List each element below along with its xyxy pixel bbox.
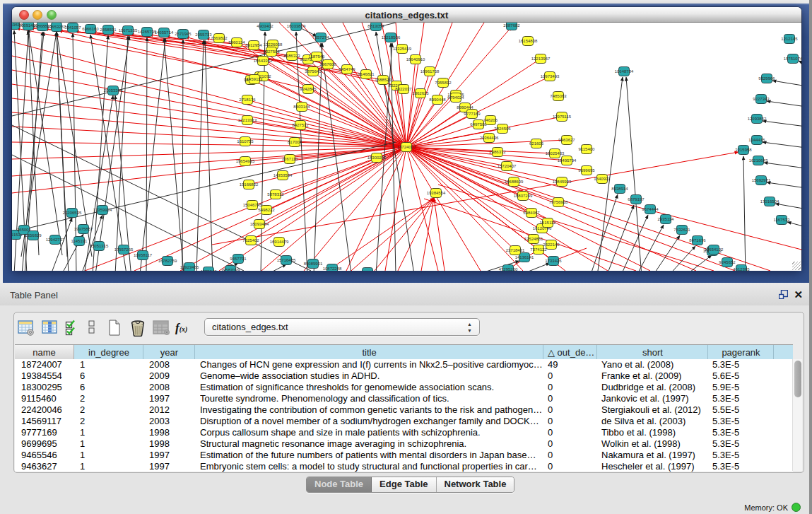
svg-text:3875645: 3875645 (305, 69, 322, 74)
svg-text:2935114: 2935114 (658, 217, 675, 221)
svg-text:2087682: 2087682 (503, 23, 520, 28)
svg-text:18093484: 18093484 (250, 222, 269, 226)
svg-text:15046745: 15046745 (243, 203, 262, 207)
svg-text:3341057: 3341057 (64, 25, 81, 30)
svg-text:8938914: 8938914 (611, 187, 628, 191)
svg-text:8813054: 8813054 (367, 24, 384, 28)
svg-text:2458591: 2458591 (100, 28, 117, 32)
svg-text:7374122: 7374122 (530, 247, 547, 252)
svg-text:2718176: 2718176 (239, 98, 256, 102)
svg-text:12942737: 12942737 (46, 238, 65, 242)
svg-text:2986372: 2986372 (489, 150, 506, 154)
svg-text:4335942: 4335942 (200, 269, 217, 271)
svg-text:16033809: 16033809 (287, 24, 306, 28)
svg-text:12923465: 12923465 (180, 265, 199, 269)
svg-text:11325419: 11325419 (393, 47, 412, 51)
svg-text:817004: 817004 (288, 140, 302, 144)
svg-text:10654122: 10654122 (705, 247, 724, 252)
svg-text:18300295: 18300295 (367, 156, 387, 160)
svg-text:18640910: 18640910 (406, 57, 425, 62)
svg-text:3215958: 3215958 (735, 148, 752, 152)
svg-text:23718431: 23718431 (506, 248, 525, 252)
svg-text:1212145: 1212145 (781, 37, 798, 41)
svg-text:10973493: 10973493 (541, 74, 560, 78)
svg-text:6879197: 6879197 (628, 197, 645, 201)
svg-text:3824506: 3824506 (494, 127, 511, 131)
svg-text:1362625: 1362625 (412, 91, 429, 95)
svg-text:9457791: 9457791 (230, 257, 247, 261)
svg-text:9674444: 9674444 (642, 207, 659, 211)
svg-text:8912954: 8912954 (245, 43, 262, 47)
svg-text:16210643: 16210643 (749, 158, 768, 163)
svg-text:1167533: 1167533 (774, 218, 791, 222)
svg-text:9329966: 9329966 (758, 76, 775, 81)
svg-text:8603144: 8603144 (293, 105, 310, 109)
svg-text:19166822: 19166822 (240, 182, 259, 187)
svg-text:2522140: 2522140 (543, 243, 560, 247)
svg-text:89089901: 89089901 (304, 262, 323, 266)
svg-text:6966160: 6966160 (82, 27, 99, 31)
svg-text:16961758: 16961758 (420, 69, 440, 74)
svg-text:8427512: 8427512 (292, 123, 309, 127)
svg-text:13495794: 13495794 (558, 158, 577, 163)
svg-text:13226058: 13226058 (264, 42, 283, 47)
svg-text:1610755: 1610755 (237, 139, 254, 144)
svg-text:14353594: 14353594 (273, 173, 293, 177)
svg-text:8454749: 8454749 (339, 67, 355, 71)
svg-text:12093852: 12093852 (748, 117, 767, 121)
svg-text:47295260: 47295260 (499, 267, 518, 271)
svg-text:10025433: 10025433 (546, 151, 565, 156)
svg-text:14055714: 14055714 (155, 30, 174, 35)
svg-text:7663822: 7663822 (211, 36, 228, 40)
svg-text:10872248: 10872248 (323, 267, 342, 271)
svg-text:9115400: 9115400 (579, 147, 596, 151)
svg-text:15751074: 15751074 (784, 57, 801, 61)
svg-text:39587039: 39587039 (221, 268, 240, 271)
svg-text:16154808: 16154808 (519, 39, 538, 43)
svg-text:19975857: 19975857 (74, 227, 93, 231)
svg-text:5878312: 5878312 (267, 192, 284, 197)
svg-text:5984067: 5984067 (523, 211, 540, 215)
svg-text:4903402: 4903402 (257, 24, 273, 28)
svg-text:9227343: 9227343 (753, 97, 770, 101)
svg-text:9146821: 9146821 (358, 72, 375, 76)
svg-text:2967608: 2967608 (319, 62, 336, 66)
svg-text:1145191: 1145191 (71, 239, 88, 243)
svg-text:1615112: 1615112 (540, 221, 557, 225)
svg-text:10958117: 10958117 (134, 253, 153, 257)
svg-text:10653267: 10653267 (47, 25, 66, 29)
svg-text:1459113: 1459113 (247, 77, 264, 81)
svg-text:12975115: 12975115 (553, 115, 572, 119)
svg-text:18807249: 18807249 (514, 194, 533, 198)
svg-text:8471676: 8471676 (689, 238, 706, 243)
svg-text:4612365: 4612365 (733, 267, 750, 271)
svg-text:9245652: 9245652 (719, 260, 736, 264)
svg-text:6794024: 6794024 (447, 95, 464, 100)
svg-text:746206: 746206 (483, 118, 498, 122)
svg-text:2055713: 2055713 (195, 33, 212, 37)
svg-text:13524851: 13524851 (524, 237, 543, 241)
svg-text:6497508: 6497508 (470, 122, 487, 127)
svg-text:9463627: 9463627 (558, 138, 575, 142)
svg-text:16914479: 16914479 (270, 240, 289, 244)
svg-text:1244415: 1244415 (748, 138, 765, 142)
svg-text:10671355: 10671355 (119, 28, 138, 33)
svg-text:17957265: 17957265 (114, 247, 134, 252)
svg-text:9777169: 9777169 (464, 112, 481, 116)
svg-text:1588520: 1588520 (375, 78, 392, 82)
svg-text:12213313: 12213313 (238, 118, 257, 122)
svg-text:20206535: 20206535 (63, 211, 82, 215)
svg-text:1356829: 1356829 (25, 233, 42, 238)
svg-text:15720407: 15720407 (498, 164, 517, 168)
svg-text:10648784: 10648784 (615, 69, 634, 74)
svg-text:16782759: 16782759 (158, 259, 177, 263)
svg-text:5498222: 5498222 (258, 208, 275, 212)
svg-text:1733426: 1733426 (545, 259, 562, 263)
svg-text:19845923: 19845923 (553, 180, 572, 184)
svg-text:16543362: 16543362 (254, 59, 273, 63)
svg-text:15692971: 15692971 (752, 178, 771, 182)
svg-text:19384554: 19384554 (427, 191, 446, 195)
svg-text:12213967: 12213967 (531, 57, 551, 61)
svg-text:20053346: 20053346 (104, 88, 123, 93)
svg-text:18724007: 18724007 (397, 145, 416, 149)
